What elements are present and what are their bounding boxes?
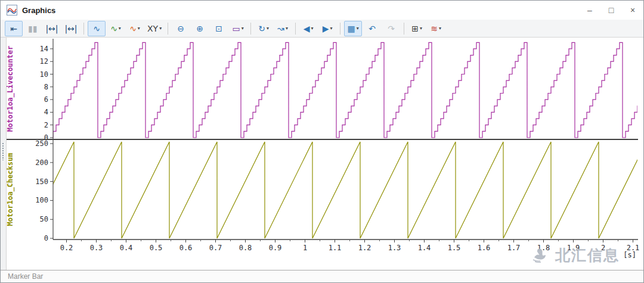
xy-mode-button[interactable]: XY▾ — [145, 21, 164, 36]
x-tick-label: 0.9 — [269, 244, 282, 252]
y-tick-label: 250 — [35, 139, 48, 148]
x-tick-label: 1.9 — [567, 244, 580, 252]
marker-bar-label: Marker Bar — [8, 272, 43, 281]
color-options-icon: ▦ — [348, 24, 355, 33]
dropdown-caret-icon: ▾ — [420, 26, 422, 31]
previous-event-button[interactable]: ◀▾ — [299, 21, 317, 36]
toolbar-separator — [168, 23, 168, 35]
fit-value-axis-icon: |↔| — [64, 24, 77, 33]
xy-mode-icon: XY — [147, 24, 158, 33]
dropdown-caret-icon: ▾ — [159, 26, 162, 31]
zoom-window-icon: ⊡ — [215, 24, 222, 33]
undo-icon: ↶ — [369, 24, 376, 33]
select-rectangle-button[interactable]: ▭▾ — [229, 21, 247, 36]
y-tick-label: 150 — [35, 178, 48, 186]
y-tick-label: 14 — [40, 45, 48, 53]
x-tick-label: 1.1 — [329, 244, 342, 252]
axis-configuration-button[interactable]: ⊞▾ — [408, 21, 426, 36]
y-tick-label: 0 — [44, 234, 48, 242]
window-title: Graphics — [22, 6, 55, 15]
x-tick-label: 1.7 — [507, 244, 521, 252]
y-tick-label: 10 — [40, 70, 48, 79]
minimize-button[interactable]: – — [579, 1, 600, 20]
toolbar-separator — [340, 23, 340, 35]
marker-mode-icon: ⇤ — [10, 24, 17, 33]
undo-button[interactable]: ↶ — [363, 21, 381, 36]
toolbar-separator — [250, 23, 251, 35]
redo-button[interactable]: ↷ — [382, 21, 400, 36]
color-options-button[interactable]: ▦▾ — [344, 21, 362, 36]
redo-icon: ↷ — [388, 24, 395, 33]
goto-sample-button[interactable]: ↝▾ — [274, 21, 292, 36]
x-tick-label: 0.3 — [90, 244, 103, 252]
display-signals-button[interactable]: ∿ — [88, 21, 106, 36]
title-bar[interactable]: Graphics – □ × — [1, 1, 643, 20]
y-tick-label: 6 — [44, 95, 48, 104]
signal-list-button[interactable]: ≋▾ — [427, 21, 445, 36]
dropdown-caret-icon: ▾ — [138, 26, 140, 31]
x-tick-label: 1.6 — [478, 244, 491, 252]
signal-trace-Motor1oa_Checksum — [1, 142, 644, 238]
status-bar: Marker Bar — [1, 270, 643, 282]
x-tick-label: 0.8 — [239, 244, 252, 252]
toolbar-separator — [404, 23, 404, 35]
x-tick-label: 1.8 — [537, 244, 550, 252]
x-tick-label: 0.5 — [150, 244, 163, 252]
plot-area: 02468101214Motor1oa_Livecounter050100150… — [1, 38, 644, 270]
zoom-in-icon: ⊕ — [196, 24, 203, 33]
zoom-out-button[interactable]: ⊖ — [172, 21, 190, 36]
previous-event-icon: ◀ — [304, 24, 310, 33]
zoom-window-button[interactable]: ⊡ — [210, 21, 228, 36]
y-tick-label: 200 — [35, 158, 48, 167]
pause-button[interactable]: ▮▮ — [24, 21, 42, 36]
interpolation-mode-button[interactable]: ∿▾ — [126, 21, 144, 36]
toolbar-separator — [295, 23, 296, 35]
toolbar: ⇤▮▮|↔||↔|∿∿▾∿▾XY▾⊖⊕⊡▭▾↻▾↝▾◀▾▶▾▦▾↶↷⊞▾≋▾ — [1, 20, 643, 38]
chart-canvas[interactable]: 02468101214Motor1oa_Livecounter050100150… — [1, 38, 644, 270]
signal-style-button[interactable]: ∿▾ — [107, 21, 125, 36]
zoom-in-button[interactable]: ⊕ — [191, 21, 209, 36]
y-axis-title-Motor1oa_Checksum: Motor1oa_Checksum — [6, 153, 15, 226]
next-event-icon: ▶ — [323, 24, 329, 33]
y-tick-label: 50 — [40, 215, 48, 223]
window-controls: – □ × — [579, 1, 643, 20]
dropdown-caret-icon: ▾ — [330, 26, 333, 31]
x-tick-label: 1.5 — [448, 244, 461, 252]
signal-style-icon: ∿ — [110, 24, 117, 33]
display-signals-icon: ∿ — [93, 24, 100, 33]
sync-update-icon: ↻ — [258, 24, 265, 33]
marker-mode-button[interactable]: ⇤ — [5, 21, 23, 36]
toolbar-separator — [83, 23, 84, 35]
y-tick-label: 100 — [35, 196, 48, 204]
sync-update-button[interactable]: ↻▾ — [255, 21, 273, 36]
x-axis-unit-label: [s] — [623, 251, 636, 259]
x-tick-label: 1.2 — [358, 244, 371, 252]
maximize-button[interactable]: □ — [600, 1, 622, 20]
y-tick-label: 4 — [44, 108, 48, 116]
dropdown-caret-icon: ▾ — [357, 26, 359, 31]
dropdown-caret-icon: ▾ — [119, 26, 121, 31]
axis-configuration-icon: ⊞ — [411, 24, 419, 33]
dropdown-caret-icon: ▾ — [311, 26, 314, 31]
next-event-button[interactable]: ▶▾ — [318, 21, 336, 36]
pause-icon: ▮▮ — [28, 24, 37, 33]
x-tick-label: 0.2 — [60, 244, 73, 252]
y-tick-label: 12 — [40, 57, 48, 66]
y-tick-label: 2 — [44, 121, 48, 129]
graphics-window: Graphics – □ × ⇤▮▮|↔||↔|∿∿▾∿▾XY▾⊖⊕⊡▭▾↻▾↝… — [0, 0, 644, 283]
select-rectangle-icon: ▭ — [233, 24, 240, 33]
splitter-grip-icon[interactable] — [2, 142, 5, 160]
fit-time-axis-icon: |↔| — [45, 24, 58, 33]
dropdown-caret-icon: ▾ — [286, 26, 288, 31]
zoom-out-icon: ⊖ — [177, 24, 184, 33]
signal-list-icon: ≋ — [431, 24, 438, 33]
vertical-splitter[interactable] — [1, 38, 7, 270]
fit-time-axis-button[interactable]: |↔| — [43, 21, 61, 36]
graphics-app-icon — [7, 5, 17, 15]
x-tick-label: 1.3 — [388, 244, 401, 252]
dropdown-caret-icon: ▾ — [242, 26, 244, 31]
dropdown-caret-icon: ▾ — [439, 26, 441, 31]
close-button[interactable]: × — [622, 1, 643, 20]
signal-trace-Motor1oa_Livecounter — [2, 42, 644, 138]
fit-value-axis-button[interactable]: |↔| — [62, 21, 80, 36]
